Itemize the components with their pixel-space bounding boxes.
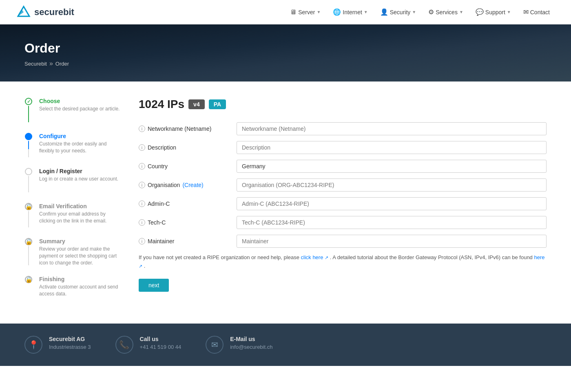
- click-here-link[interactable]: click here ↗: [301, 254, 330, 260]
- next-button[interactable]: next: [139, 279, 169, 292]
- label-description: i Description: [139, 141, 228, 151]
- breadcrumb-current: Order: [55, 61, 69, 67]
- nav-link-contact[interactable]: ✉ Contact: [518, 5, 555, 19]
- info-icon-maintainer[interactable]: i: [139, 238, 145, 244]
- security-icon: 👤: [380, 8, 388, 16]
- step-email-content: Email Verification Confirm your email ad…: [39, 203, 122, 228]
- nav-item-contact[interactable]: ✉ Contact: [518, 5, 555, 19]
- label-text-description: Description: [148, 144, 176, 151]
- breadcrumb-home[interactable]: Securebit: [24, 61, 47, 67]
- external-link-icon-2: ↗: [139, 264, 142, 269]
- nav-label-security: Security: [390, 9, 411, 15]
- nav-label-internet: Internet: [343, 9, 362, 15]
- chevron-down-icon-4: ▼: [459, 10, 463, 14]
- field-adminc: i Admin-C: [139, 197, 547, 210]
- chevron-down-icon-5: ▼: [507, 10, 511, 14]
- step-finishing-indicator: 🔒: [24, 276, 33, 297]
- step-login: Login / Register Log in or create a new …: [24, 168, 122, 193]
- input-networkname[interactable]: [237, 122, 547, 135]
- step-choose-content: Choose Select the desired package or art…: [39, 98, 120, 123]
- nav-item-server[interactable]: 🖥 Server ▼: [285, 5, 325, 19]
- input-wrap-description: [237, 141, 547, 154]
- navbar: securebit 🖥 Server ▼ 🌐 Internet ▼ 👤 Secu…: [0, 0, 571, 24]
- info-icon-country[interactable]: i: [139, 163, 145, 170]
- step-summary-title: Summary: [39, 238, 122, 244]
- input-wrap-maintainer: [237, 235, 547, 248]
- info-link-1-text: click here: [301, 254, 323, 260]
- organisation-create-link[interactable]: (Create): [182, 182, 203, 188]
- step-finishing-desc: Activate customer account and send acces…: [39, 284, 122, 297]
- info-icon-networkname[interactable]: i: [139, 126, 145, 132]
- chevron-down-icon: ▼: [316, 10, 321, 14]
- step-finishing-title: Finishing: [39, 276, 122, 282]
- info-icon-organisation[interactable]: i: [139, 182, 145, 188]
- chevron-down-icon-3: ▼: [412, 10, 416, 14]
- breadcrumb: Securebit » Order: [24, 60, 547, 67]
- input-organisation[interactable]: [237, 178, 547, 192]
- footer-address: 📍 Securebit AG Industriestrasse 3: [24, 336, 91, 354]
- label-text-maintainer: Maintainer: [148, 238, 174, 244]
- brand-logo[interactable]: securebit: [16, 5, 74, 20]
- input-wrap-networkname: [237, 122, 547, 135]
- input-wrap-techc: [237, 216, 547, 229]
- info-icon-adminc[interactable]: i: [139, 200, 145, 207]
- select-country[interactable]: Germany Switzerland Austria United State…: [237, 160, 547, 173]
- field-organisation: i Organisation (Create): [139, 178, 547, 192]
- step-summary-desc: Review your order and make the payment o…: [39, 246, 122, 266]
- step-configure-desc: Customize the order easily and flexibly …: [39, 141, 122, 154]
- footer-email: ✉ E-Mail us info@securebit.ch: [206, 336, 272, 354]
- step-configure: Configure Customize the order easily and…: [24, 133, 122, 158]
- input-description[interactable]: [237, 141, 547, 154]
- step-email-title: Email Verification: [39, 203, 122, 209]
- input-wrap-organisation: [237, 178, 547, 192]
- nav-link-support[interactable]: 💬 Support ▼: [471, 5, 516, 19]
- label-text-techc: Tech-C: [148, 219, 166, 226]
- page-title: Order: [24, 41, 547, 56]
- label-text-networkname: Networkname (Netname): [148, 126, 211, 132]
- nav-item-internet[interactable]: 🌐 Internet ▼: [328, 5, 372, 19]
- info-text-1: If you have not yet created a RIPE organ…: [139, 254, 299, 260]
- footer-phone-sub: +41 41 519 00 44: [140, 344, 181, 350]
- nav-link-server[interactable]: 🖥 Server ▼: [285, 5, 325, 19]
- step-login-dot: [25, 168, 32, 175]
- main-nav: 🖥 Server ▼ 🌐 Internet ▼ 👤 Security ▼ ⚙ S…: [285, 5, 555, 19]
- nav-item-security[interactable]: 👤 Security ▼: [375, 5, 421, 19]
- address-icon: 📍: [24, 336, 42, 354]
- step-choose-line: [28, 106, 29, 122]
- nav-label-services: Services: [436, 9, 458, 15]
- step-summary-line: [28, 246, 29, 265]
- input-maintainer[interactable]: [237, 235, 547, 248]
- input-techc[interactable]: [237, 216, 547, 229]
- step-email-line: [28, 211, 29, 227]
- nav-item-support[interactable]: 💬 Support ▼: [471, 5, 516, 19]
- info-icon-techc[interactable]: i: [139, 219, 145, 226]
- lock-icon-finishing: 🔒: [25, 276, 32, 283]
- step-configure-title: Configure: [39, 133, 122, 139]
- label-country: i Country: [139, 160, 228, 170]
- lock-icon-email: 🔒: [25, 203, 32, 210]
- nav-label-contact: Contact: [530, 9, 550, 15]
- label-adminc: i Admin-C: [139, 197, 228, 207]
- step-summary-dot: 🔒: [25, 238, 32, 245]
- input-adminc[interactable]: [237, 197, 547, 210]
- info-text-2: . A detailed tutorial about the Border G…: [330, 254, 533, 260]
- step-login-title: Login / Register: [39, 168, 118, 174]
- form-header: 1024 IPs v4 PA: [139, 98, 547, 111]
- nav-link-services[interactable]: ⚙ Services ▼: [423, 5, 468, 19]
- step-login-indicator: [24, 168, 33, 193]
- step-login-line: [28, 176, 29, 192]
- main-content: ✓ Choose Select the desired package or a…: [0, 81, 571, 324]
- services-icon: ⚙: [428, 8, 434, 16]
- step-finishing-content: Finishing Activate customer account and …: [39, 276, 122, 297]
- order-form: 1024 IPs v4 PA i Networkname (Netname) i…: [139, 98, 547, 307]
- nav-link-security[interactable]: 👤 Security ▼: [375, 5, 421, 19]
- nav-link-internet[interactable]: 🌐 Internet ▼: [328, 5, 372, 19]
- external-link-icon-1: ↗: [325, 255, 328, 260]
- footer: 📍 Securebit AG Industriestrasse 3 📞 Call…: [0, 324, 571, 366]
- nav-item-services[interactable]: ⚙ Services ▼: [423, 5, 468, 19]
- info-icon-description[interactable]: i: [139, 144, 145, 151]
- lock-icon-summary: 🔒: [25, 238, 32, 245]
- chevron-down-icon-2: ▼: [364, 10, 368, 14]
- label-text-adminc: Admin-C: [148, 200, 170, 207]
- step-email: 🔒 Email Verification Confirm your email …: [24, 203, 122, 228]
